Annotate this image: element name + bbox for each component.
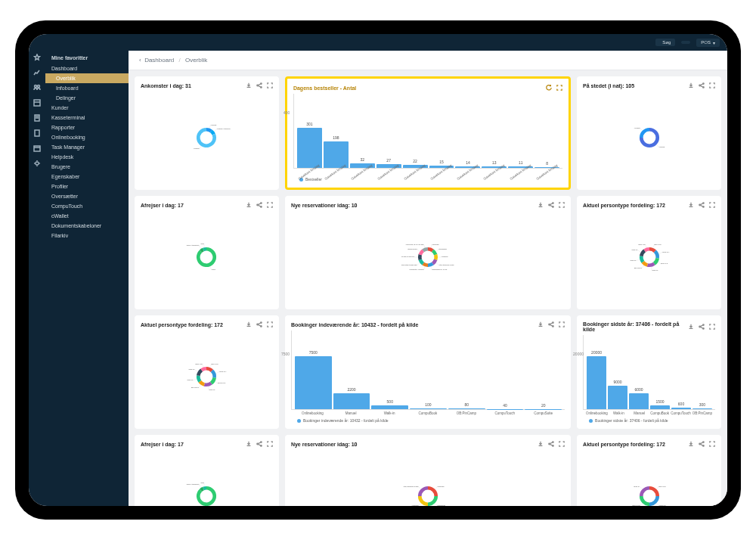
expand-icon[interactable] [709, 441, 715, 447]
download-icon[interactable] [688, 82, 694, 88]
svg-text:Luksus plads, inkl. 10 Amp (Rø: Luksus plads, inkl. 10 Amp (Rød) [406, 244, 424, 246]
svg-line-84 [636, 259, 639, 260]
download-icon[interactable] [688, 324, 694, 330]
share-icon[interactable] [699, 202, 705, 208]
svg-point-145 [699, 443, 701, 445]
download-icon[interactable] [688, 441, 694, 447]
refresh-icon[interactable] [546, 85, 552, 91]
expand-icon[interactable] [267, 82, 273, 88]
expand-icon[interactable] [267, 321, 273, 327]
share-icon[interactable] [548, 202, 554, 208]
sidebar-item-kunder[interactable]: Kunder [45, 103, 129, 113]
wifi-icon[interactable] [681, 41, 690, 44]
share-icon[interactable] [699, 82, 705, 88]
svg-text:Børn 0-11 år: Børn 0-11 år [661, 262, 668, 264]
expand-icon[interactable] [267, 202, 273, 208]
sidebar-item-oversætter[interactable]: Oversætter [45, 191, 129, 201]
expand-icon[interactable] [559, 321, 565, 327]
sidebar-item-dashboard[interactable]: Dashboard [45, 64, 129, 73]
svg-line-72 [700, 203, 702, 205]
expand-icon[interactable] [709, 82, 715, 88]
svg-point-122 [261, 442, 262, 443]
svg-line-93 [258, 323, 260, 324]
svg-line-74 [653, 245, 655, 248]
svg-point-146 [703, 442, 705, 443]
star-icon[interactable] [33, 54, 41, 61]
download-icon[interactable] [538, 321, 544, 327]
sidebar-item-egenskaber[interactable]: Egenskaber [45, 172, 129, 182]
sidebar-item-dokumentskabeloner[interactable]: Dokumentskabeloner [45, 221, 129, 231]
clipboard-icon[interactable] [33, 129, 41, 137]
share-icon[interactable] [256, 202, 262, 208]
sidebar-item-infoboard[interactable]: Infoboard [45, 83, 129, 93]
card-2: På stedet (i nat): 105 AnkommerAnkommet [577, 76, 721, 190]
svg-text:Morgenmad: Morgenmad [442, 256, 448, 258]
layout-icon[interactable] [33, 99, 41, 107]
download-icon[interactable] [688, 202, 694, 208]
svg-text:Voksne 16+: Voksne 16+ [209, 389, 216, 390]
svg-line-18 [210, 125, 211, 128]
svg-line-97 [216, 372, 219, 373]
share-icon[interactable] [256, 82, 262, 88]
expand-icon[interactable] [709, 324, 715, 330]
users-icon[interactable] [33, 84, 41, 92]
share-icon[interactable] [548, 441, 554, 447]
share-icon[interactable] [699, 441, 705, 447]
svg-point-12 [36, 162, 39, 165]
svg-point-3 [38, 85, 40, 88]
download-icon[interactable] [246, 82, 252, 88]
svg-line-51 [436, 250, 438, 251]
sidebar-item-rapporter[interactable]: Rapporter [45, 123, 129, 132]
sidebar-item-kasseterminal[interactable]: Kasseterminal [45, 113, 129, 123]
chart-icon[interactable] [33, 69, 41, 76]
sidebar-item-computouch[interactable]: CompuTouch [45, 201, 129, 211]
svg-point-13 [257, 85, 259, 86]
sidebar-item-filarkiv[interactable]: Filarkiv [45, 231, 129, 241]
svg-line-59 [424, 267, 425, 270]
expand-icon[interactable] [556, 85, 562, 91]
share-icon[interactable] [699, 324, 705, 330]
calendar-icon[interactable] [33, 144, 41, 152]
expand-icon[interactable] [267, 441, 273, 447]
sidebar-item-overblik[interactable]: Overblik [45, 73, 129, 83]
search-button[interactable]: Søg [655, 39, 675, 46]
svg-point-33 [257, 204, 259, 206]
sidebar-item-profiler[interactable]: Profiler [45, 182, 129, 191]
share-icon[interactable] [256, 441, 262, 447]
pos-label: POS [701, 40, 711, 45]
svg-line-114 [550, 323, 552, 324]
svg-point-26 [703, 87, 705, 88]
expand-icon[interactable] [559, 202, 565, 208]
sidebar-item-onlinebooking[interactable]: Onlinebooking [45, 132, 129, 142]
sidebar-item-cwallet[interactable]: cWallet [45, 211, 129, 221]
share-icon[interactable] [548, 321, 554, 327]
expand-icon[interactable] [709, 202, 715, 208]
svg-line-130 [204, 483, 205, 486]
share-icon[interactable] [256, 321, 262, 327]
svg-line-36 [258, 203, 260, 205]
svg-point-24 [699, 85, 701, 86]
download-icon[interactable] [538, 441, 544, 447]
sidebar-item-task-manager[interactable]: Task Manager [45, 142, 129, 152]
expand-icon[interactable] [559, 441, 565, 447]
svg-line-61 [417, 263, 420, 265]
crumb-0[interactable]: Dashboard [144, 57, 174, 64]
sidebar-item-delinger[interactable]: Delinger [45, 93, 129, 103]
svg-line-156 [640, 486, 642, 489]
svg-text:Voksne (16+): Voksne (16+) [662, 252, 669, 253]
crumb-arrow[interactable]: ‹ [139, 57, 141, 64]
sidebar-item-brugere[interactable]: Brugere [45, 162, 129, 172]
settings-icon[interactable] [33, 160, 41, 167]
svg-rect-4 [34, 100, 40, 106]
download-icon[interactable] [246, 441, 252, 447]
download-icon[interactable] [538, 202, 544, 208]
svg-line-42 [204, 244, 205, 247]
svg-point-147 [703, 445, 705, 447]
svg-line-31 [640, 128, 642, 130]
sidebar-item-helpdesk[interactable]: Helpdesk [45, 152, 129, 162]
download-icon[interactable] [246, 321, 252, 327]
doc-icon[interactable] [33, 114, 41, 122]
svg-line-125 [258, 444, 260, 445]
download-icon[interactable] [246, 202, 252, 208]
pos-button[interactable]: POS ▾ [696, 39, 720, 47]
